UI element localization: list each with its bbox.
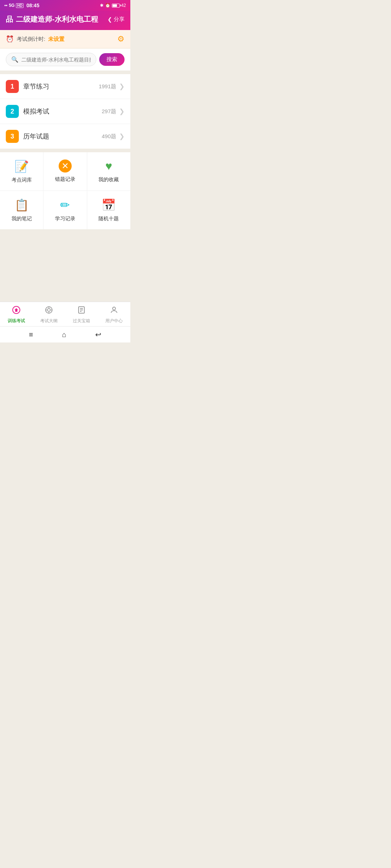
menu-label-3: 历年试题 [23, 132, 102, 141]
app-header: 品 二级建造师-水利水电工程 ❮ 分享 [0, 11, 130, 30]
battery-fill [113, 4, 117, 7]
sys-menu-button[interactable]: ≡ [29, 331, 33, 339]
grid-item-wrongquestions[interactable]: ✕ 错题记录 [43, 152, 87, 191]
grid-label-wrongquestions: 错题记录 [55, 176, 75, 183]
grid-item-favorites[interactable]: ♥ 我的收藏 [87, 152, 130, 191]
home-circle-icon [12, 306, 21, 316]
grid-label-notes: 我的笔记 [12, 216, 32, 222]
menu-count-2: 297题 [102, 108, 116, 115]
search-bar: 🔍 [6, 53, 96, 66]
search-row: 🔍 搜索 [6, 53, 125, 66]
notes-icon: 📋 [14, 198, 29, 212]
app-title: 二级建造师-水利水电工程 [16, 14, 98, 24]
nav-item-outline[interactable]: 考试大纲 [33, 306, 65, 324]
system-nav: ≡ ⌂ ↩ [0, 326, 130, 342]
signal-type: 5G [9, 3, 14, 8]
menu-item-history[interactable]: 3 历年试题 490题 ❯ [0, 124, 130, 149]
menu-num-1: 1 [6, 80, 19, 93]
status-left: •• 5G HD 08:45 [4, 3, 39, 8]
heart-icon: ♥ [105, 159, 112, 173]
hd-label: HD [16, 3, 23, 8]
grid-item-random[interactable]: 📅 随机十题 [87, 191, 130, 229]
nav-label-train: 训练考试 [8, 318, 25, 324]
search-section: 🔍 搜索 [0, 48, 130, 71]
battery-icon [112, 4, 120, 8]
close-circle-icon: ✕ [59, 159, 72, 173]
nav-item-user[interactable]: 用户中心 [98, 306, 130, 324]
menu-label-1: 章节练习 [23, 82, 99, 91]
signal-icon: •• [4, 3, 7, 8]
share-icon: ❮ [108, 16, 112, 23]
svg-point-2 [47, 309, 50, 311]
app-logo-icon: 品 [6, 14, 13, 24]
countdown-left: ⏰ 考试倒计时: 未设置 [6, 35, 64, 43]
user-icon [110, 306, 118, 316]
grid-label-favorites: 我的收藏 [98, 176, 119, 183]
nav-label-outline: 考试大纲 [40, 318, 58, 324]
nav-item-treasure[interactable]: 过关宝箱 [65, 306, 98, 324]
bluetooth-icon: ✱ [100, 3, 104, 8]
bottom-nav: 训练考试 考试大纲 过关宝箱 [0, 302, 130, 326]
status-bar: •• 5G HD 08:45 ✱ ⏰ 42 [0, 0, 130, 11]
battery-percent: 42 [121, 3, 126, 8]
settings-icon[interactable]: ⚙ [117, 34, 125, 44]
menu-num-3: 3 [6, 130, 19, 143]
sys-back-button[interactable]: ↩ [95, 330, 101, 339]
sys-home-button[interactable]: ⌂ [62, 331, 66, 339]
menu-arrow-3: ❯ [119, 132, 125, 140]
grid-item-notes[interactable]: 📋 我的笔记 [0, 191, 43, 229]
search-icon: 🔍 [11, 56, 18, 63]
status-right: ✱ ⏰ 42 [100, 3, 126, 8]
nav-label-user: 用户中心 [105, 318, 123, 324]
menu-item-mock[interactable]: 2 模拟考试 297题 ❯ [0, 99, 130, 124]
empty-content-area [0, 229, 130, 302]
share-button[interactable]: ❮ 分享 [108, 16, 125, 23]
search-button[interactable]: 搜索 [99, 53, 125, 66]
countdown-clock-icon: ⏰ [6, 35, 14, 43]
grid-row-2: 📋 我的笔记 ✏ 学习记录 📅 随机十题 [0, 191, 130, 229]
countdown-bar: ⏰ 考试倒计时: 未设置 ⚙ [0, 30, 130, 48]
menu-arrow-2: ❯ [119, 107, 125, 115]
pencil-icon: 📝 [14, 159, 29, 173]
menu-count-3: 490题 [102, 133, 116, 140]
grid-row-1: 📝 考点词库 ✕ 错题记录 ♥ 我的收藏 [0, 152, 130, 191]
menu-section: 1 章节练习 1991题 ❯ 2 模拟考试 297题 ❯ 3 历年试题 490题… [0, 74, 130, 149]
binoculars-icon: 📅 [101, 198, 116, 212]
edit-icon: ✏ [60, 198, 70, 212]
share-label: 分享 [114, 16, 125, 23]
search-input[interactable] [21, 57, 91, 63]
book-icon [77, 306, 86, 316]
menu-label-2: 模拟考试 [23, 107, 102, 116]
menu-count-1: 1991题 [99, 83, 116, 90]
nav-item-train[interactable]: 训练考试 [0, 306, 33, 324]
menu-arrow-1: ❯ [119, 82, 125, 90]
svg-point-11 [113, 307, 115, 310]
alarm-icon: ⏰ [105, 3, 110, 8]
header-title-container: 品 二级建造师-水利水电工程 [6, 14, 98, 24]
grid-label-studylog: 学习记录 [55, 216, 75, 222]
countdown-key: 考试倒计时: [17, 36, 45, 43]
grid-item-studylog[interactable]: ✏ 学习记录 [43, 191, 87, 229]
grid-item-wordbank[interactable]: 📝 考点词库 [0, 152, 43, 191]
grid-section: 📝 考点词库 ✕ 错题记录 ♥ 我的收藏 📋 我的笔记 ✏ 学习记录 📅 随机十… [0, 152, 130, 229]
countdown-value: 未设置 [48, 36, 64, 43]
grid-label-random: 随机十题 [98, 216, 119, 222]
menu-item-chapter[interactable]: 1 章节练习 1991题 ❯ [0, 74, 130, 99]
time-display: 08:45 [26, 3, 39, 8]
menu-num-2: 2 [6, 105, 19, 118]
grid-label-wordbank: 考点词库 [12, 177, 32, 183]
target-icon [45, 306, 53, 316]
nav-label-treasure: 过关宝箱 [73, 318, 90, 324]
